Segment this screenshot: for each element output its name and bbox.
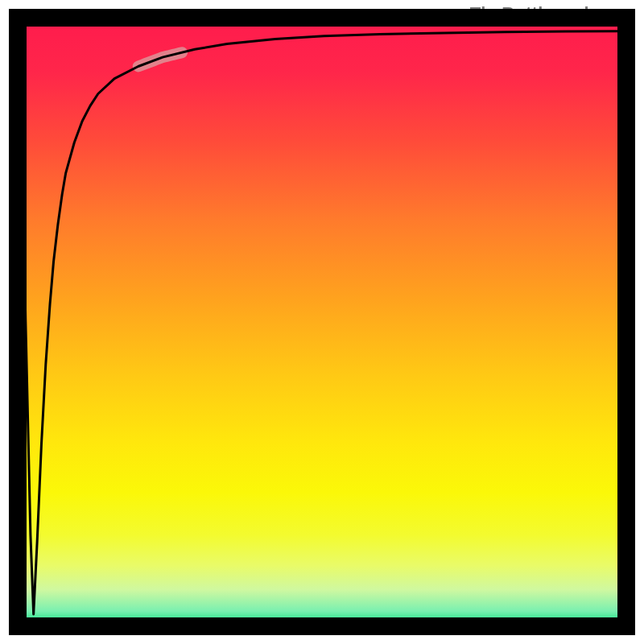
- bottleneck-chart: [0, 0, 644, 644]
- chart-container: TheBottleneck.com: [0, 0, 644, 644]
- plot-background: [18, 18, 626, 626]
